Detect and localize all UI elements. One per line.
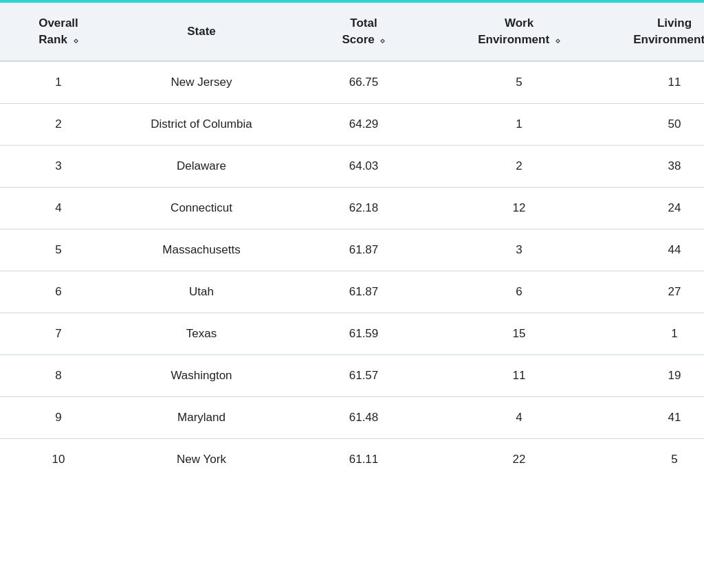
cell-state: New York [117, 438, 286, 480]
cell-score: 62.18 [286, 187, 441, 229]
cell-rank: 10 [0, 438, 117, 480]
rankings-table-container: OverallRank State TotalScore WorkEnviron… [0, 0, 704, 588]
table-row: 4Connecticut62.181224 [0, 187, 704, 229]
cell-state: Maryland [117, 396, 286, 438]
col-header-work[interactable]: WorkEnvironment [441, 3, 597, 61]
cell-score: 61.59 [286, 313, 441, 354]
cell-work: 11 [441, 354, 597, 396]
cell-living: 1 [597, 313, 704, 354]
cell-score: 61.87 [286, 229, 441, 271]
cell-work: 22 [441, 438, 597, 480]
table-header-row: OverallRank State TotalScore WorkEnviron… [0, 3, 704, 61]
cell-work: 5 [441, 61, 597, 104]
cell-living: 50 [597, 103, 704, 145]
table-row: 5Massachusetts61.87344 [0, 229, 704, 271]
cell-living: 44 [597, 229, 704, 271]
sort-score-icon[interactable] [377, 33, 385, 46]
cell-score: 61.87 [286, 271, 441, 313]
cell-rank: 1 [0, 61, 117, 104]
rankings-table: OverallRank State TotalScore WorkEnviron… [0, 3, 704, 480]
table-row: 7Texas61.59151 [0, 313, 704, 354]
table-row: 2District of Columbia64.29150 [0, 103, 704, 145]
cell-rank: 5 [0, 229, 117, 271]
cell-state: District of Columbia [117, 103, 286, 145]
col-header-living[interactable]: LivingEnvironment [597, 3, 704, 61]
table-row: 8Washington61.571119 [0, 354, 704, 396]
cell-living: 27 [597, 271, 704, 313]
col-header-state-label: State [187, 25, 216, 38]
cell-living: 11 [597, 61, 704, 104]
col-header-rank[interactable]: OverallRank [0, 3, 117, 61]
col-header-living-label: LivingEnvironment [633, 16, 704, 46]
table-row: 1New Jersey66.75511 [0, 61, 704, 104]
cell-rank: 8 [0, 354, 117, 396]
col-header-state: State [117, 3, 286, 61]
cell-rank: 4 [0, 187, 117, 229]
cell-score: 61.11 [286, 438, 441, 480]
cell-score: 64.29 [286, 103, 441, 145]
col-header-work-label: WorkEnvironment [478, 16, 549, 46]
col-header-score[interactable]: TotalScore [286, 3, 441, 61]
cell-rank: 9 [0, 396, 117, 438]
sort-rank-icon[interactable] [71, 33, 78, 46]
cell-score: 66.75 [286, 61, 441, 104]
cell-living: 24 [597, 187, 704, 229]
cell-state: New Jersey [117, 61, 286, 104]
cell-work: 1 [441, 103, 597, 145]
cell-rank: 2 [0, 103, 117, 145]
sort-work-icon[interactable] [553, 33, 560, 46]
cell-rank: 6 [0, 271, 117, 313]
cell-score: 64.03 [286, 145, 441, 187]
cell-state: Utah [117, 271, 286, 313]
table-row: 9Maryland61.48441 [0, 396, 704, 438]
cell-state: Massachusetts [117, 229, 286, 271]
cell-state: Washington [117, 354, 286, 396]
cell-living: 19 [597, 354, 704, 396]
table-row: 10New York61.11225 [0, 438, 704, 480]
cell-work: 3 [441, 229, 597, 271]
col-header-score-label: TotalScore [342, 16, 377, 46]
table-row: 3Delaware64.03238 [0, 145, 704, 187]
cell-work: 6 [441, 271, 597, 313]
cell-state: Connecticut [117, 187, 286, 229]
cell-score: 61.57 [286, 354, 441, 396]
table-row: 6Utah61.87627 [0, 271, 704, 313]
cell-score: 61.48 [286, 396, 441, 438]
cell-living: 41 [597, 396, 704, 438]
cell-rank: 7 [0, 313, 117, 354]
cell-state: Delaware [117, 145, 286, 187]
cell-work: 4 [441, 396, 597, 438]
cell-living: 38 [597, 145, 704, 187]
cell-state: Texas [117, 313, 286, 354]
cell-work: 12 [441, 187, 597, 229]
cell-living: 5 [597, 438, 704, 480]
cell-rank: 3 [0, 145, 117, 187]
cell-work: 15 [441, 313, 597, 354]
cell-work: 2 [441, 145, 597, 187]
